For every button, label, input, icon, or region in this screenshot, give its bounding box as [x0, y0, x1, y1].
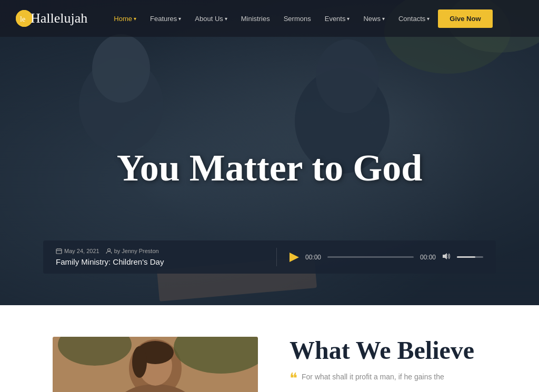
page-wrapper: le Hallelujah Home ▾ Features ▾ About Us…	[0, 0, 539, 392]
below-fold-section: What We Believe ❝ For what shall it prof…	[0, 305, 539, 392]
svg-text:le: le	[20, 15, 25, 23]
svg-point-16	[107, 249, 110, 252]
hero-section: le Hallelujah Home ▾ Features ▾ About Us…	[0, 0, 539, 305]
nav-item-events[interactable]: Events ▾	[320, 11, 355, 27]
total-time: 00:00	[420, 254, 436, 261]
believe-image	[53, 337, 258, 392]
chevron-down-icon: ▾	[347, 16, 350, 22]
quote-mark: ❝	[290, 371, 297, 386]
chevron-down-icon: ▾	[382, 16, 385, 22]
believe-quote-text: For what shall it profit a man, if he ga…	[302, 371, 444, 386]
give-now-button[interactable]: Give Now	[438, 9, 492, 28]
audio-controls: 00:00 00:00	[277, 253, 483, 262]
audio-player-bar: May 24, 2021 by Jenny Preston Family Min…	[43, 240, 496, 274]
believe-heading: What We Believe	[290, 337, 486, 365]
nav-item-features[interactable]: Features ▾	[145, 11, 186, 27]
navigation: le Hallelujah Home ▾ Features ▾ About Us…	[0, 0, 539, 37]
nav-item-news[interactable]: News ▾	[358, 11, 390, 27]
believe-quote: ❝ For what shall it profit a man, if he …	[290, 371, 486, 386]
audio-author: by Jenny Preston	[114, 248, 159, 254]
chevron-down-icon: ▾	[178, 16, 181, 22]
logo-text: Hallelujah	[31, 11, 87, 26]
volume-fill	[457, 256, 475, 258]
svg-rect-12	[56, 249, 62, 254]
author-info: by Jenny Preston	[106, 248, 159, 254]
nav-item-sermons[interactable]: Sermons	[278, 11, 316, 27]
nav-item-ministries[interactable]: Ministries	[236, 11, 275, 27]
volume-icon[interactable]	[442, 253, 451, 262]
hero-title: You Matter to God	[117, 147, 423, 189]
audio-title: Family Ministry: Children's Day	[56, 257, 266, 266]
nav-item-home[interactable]: Home ▾	[108, 11, 142, 27]
nav-item-about[interactable]: About Us ▾	[189, 11, 232, 27]
audio-info: May 24, 2021 by Jenny Preston Family Min…	[56, 248, 277, 266]
nav-item-contacts[interactable]: Contacts ▾	[393, 11, 435, 27]
chevron-down-icon: ▾	[225, 16, 227, 22]
chevron-down-icon: ▾	[134, 16, 136, 22]
progress-bar[interactable]	[327, 256, 414, 258]
nav-links: Home ▾ Features ▾ About Us ▾ Ministries …	[108, 9, 523, 28]
believe-text-block: What We Believe ❝ For what shall it prof…	[290, 337, 486, 386]
svg-rect-26	[53, 337, 258, 392]
volume-bar[interactable]	[457, 256, 483, 258]
play-button[interactable]	[290, 253, 299, 262]
svg-marker-17	[443, 253, 447, 259]
believe-image-inner	[53, 337, 258, 392]
chevron-down-icon: ▾	[427, 16, 430, 22]
current-time: 00:00	[305, 254, 321, 261]
calendar-icon: May 24, 2021	[56, 248, 99, 254]
audio-date: May 24, 2021	[64, 248, 99, 254]
site-logo[interactable]: le Hallelujah	[16, 10, 87, 27]
audio-metadata: May 24, 2021 by Jenny Preston	[56, 248, 266, 254]
